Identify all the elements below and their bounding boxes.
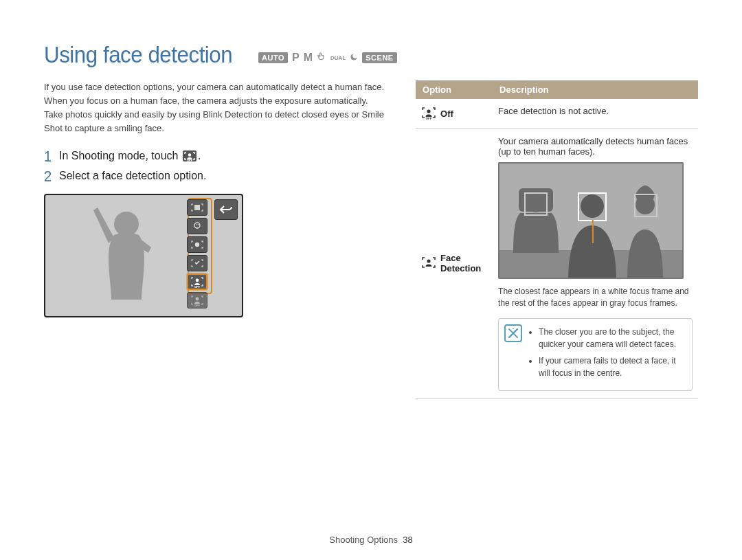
- right-column: Option Description OFF Off Face detectio…: [416, 80, 698, 399]
- svg-text:OFF: OFF: [187, 159, 193, 162]
- face-detect-option-off-icon[interactable]: OFF: [187, 273, 207, 290]
- step-1-text: In Shooting mode, touch OFF .: [59, 150, 201, 163]
- off-label: Off: [440, 109, 453, 119]
- cell-off-option: OFF Off: [416, 99, 493, 129]
- svg-point-8: [195, 242, 199, 246]
- step-1-number: 1: [44, 147, 54, 164]
- note-icon: [504, 324, 522, 342]
- step-2: 2 Select a face detection option.: [44, 168, 385, 184]
- fd-desc-above: Your camera automatically detects human …: [498, 136, 693, 157]
- face-detect-row-icon: [421, 256, 436, 271]
- cell-fd-desc: Your camera automatically detects human …: [493, 129, 698, 399]
- mode-badge-p: P: [292, 52, 300, 64]
- svg-text:OFF: OFF: [426, 117, 432, 120]
- note-bullet-1: The closer you are to the subject, the q…: [539, 326, 684, 350]
- svg-point-3: [114, 212, 139, 236]
- svg-text:OFF: OFF: [194, 284, 201, 288]
- moon-icon: [350, 52, 358, 64]
- face-detect-option-1-icon[interactable]: [187, 199, 207, 216]
- svg-rect-4: [194, 205, 200, 210]
- svg-point-6: [196, 224, 197, 225]
- svg-point-1: [188, 154, 191, 157]
- table-header-row: Option Description: [416, 80, 698, 99]
- svg-point-15: [427, 259, 430, 262]
- face-detect-off-icon: OFF: [182, 150, 197, 162]
- page-footer: Shooting Options 38: [0, 535, 742, 545]
- left-column: If you use face detection options, your …: [44, 80, 385, 399]
- mode-badge-scene: SCENE: [362, 52, 396, 63]
- focus-caret-line: [592, 220, 594, 243]
- options-table: Option Description OFF Off Face detectio…: [416, 80, 698, 399]
- mode-badge-dual: DUAL: [330, 55, 346, 61]
- mode-badge-row: AUTO P M DUAL SCENE: [258, 52, 397, 68]
- svg-point-7: [198, 224, 199, 225]
- mode-badge-auto: AUTO: [258, 52, 288, 63]
- hand-icon: [317, 52, 326, 64]
- intro-paragraph: If you use face detection options, your …: [44, 80, 385, 136]
- fd-label: Face Detection: [440, 253, 487, 274]
- back-button[interactable]: [214, 199, 238, 220]
- svg-point-11: [196, 297, 199, 300]
- note-box: The closer you are to the subject, the q…: [498, 318, 693, 391]
- step-1-post: .: [198, 150, 201, 161]
- svg-text:OFF: OFF: [194, 303, 201, 306]
- footer-page-number: 38: [403, 535, 412, 545]
- person-silhouette-icon: [84, 199, 166, 316]
- cell-fd-option: Face Detection: [416, 129, 493, 399]
- fd-desc-below: The closest face appears in a white focu…: [498, 286, 693, 310]
- table-row: OFF Off Face detection is not active.: [416, 99, 698, 129]
- step-2-number: 2: [44, 167, 54, 184]
- focus-frame-white: [578, 192, 607, 221]
- face-detect-option-extra-icon[interactable]: OFF: [187, 292, 207, 309]
- face-detect-example-image: [498, 162, 684, 279]
- focus-frame-gray: [524, 192, 548, 216]
- svg-point-9: [196, 278, 199, 282]
- face-detect-option-4-icon[interactable]: [187, 255, 207, 271]
- footer-section: Shooting Options: [329, 535, 398, 545]
- th-option: Option: [416, 80, 493, 99]
- cell-off-desc: Face detection is not active.: [493, 99, 698, 129]
- back-arrow-icon: [219, 204, 233, 215]
- th-description: Description: [493, 80, 698, 99]
- svg-point-5: [194, 223, 200, 228]
- camera-screen-illustration: OFF OFF: [44, 194, 243, 317]
- step-1-pre: In Shooting mode, touch: [59, 150, 178, 161]
- option-icon-column: OFF OFF: [187, 199, 210, 311]
- face-detect-option-2-icon[interactable]: [187, 218, 207, 234]
- steps-list: 1 In Shooting mode, touch OFF . 2 Select…: [44, 148, 385, 184]
- page-title: Using face detection: [44, 41, 232, 68]
- face-detect-off-row-icon: OFF: [421, 106, 436, 122]
- title-row: Using face detection AUTO P M DUAL SCENE: [44, 41, 698, 68]
- mode-badge-m: M: [304, 52, 313, 64]
- focus-frame-gray: [634, 194, 657, 217]
- svg-point-13: [427, 109, 430, 113]
- step-1: 1 In Shooting mode, touch OFF .: [44, 148, 385, 164]
- content-columns: If you use face detection options, your …: [44, 80, 698, 399]
- table-row: Face Detection Your camera automatically…: [416, 129, 698, 399]
- face-detect-option-3-icon[interactable]: [187, 236, 207, 253]
- note-bullet-2: If your camera fails to detect a face, i…: [539, 355, 684, 379]
- step-2-text: Select a face detection option.: [59, 170, 206, 182]
- manual-page: Using face detection AUTO P M DUAL SCENE…: [0, 0, 742, 560]
